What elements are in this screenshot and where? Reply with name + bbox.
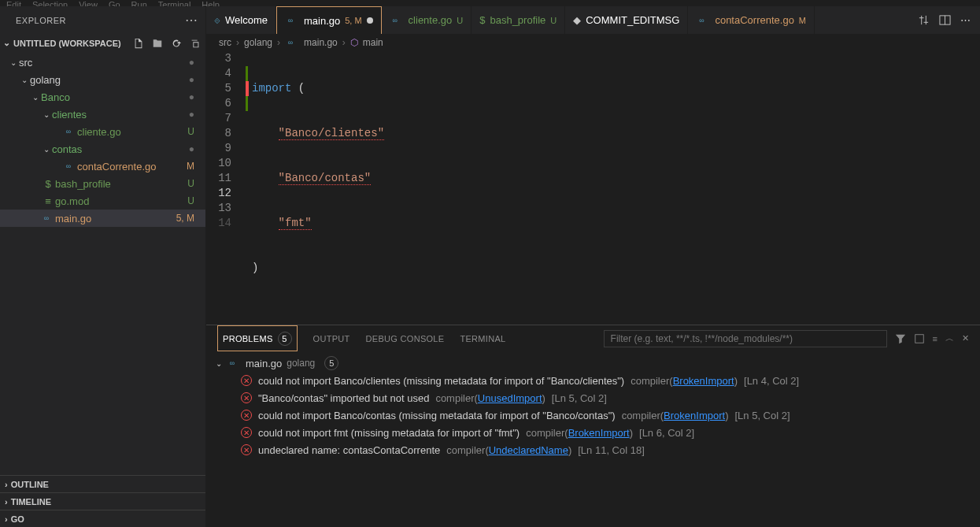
problem-message: could not import Banco/clientes (missing… xyxy=(258,375,624,387)
dollar-icon: $ xyxy=(41,178,55,190)
go-section[interactable]: › GO xyxy=(0,510,205,527)
chevron-right-icon: › xyxy=(342,37,346,48)
chevron-right-icon: › xyxy=(5,480,8,489)
tab-bar: ⟐ Welcome ∞ main.go 5, M ∞ cliente.go U … xyxy=(206,6,980,34)
problem-link[interactable]: UnusedImport xyxy=(478,392,542,404)
collapse-all-icon[interactable] xyxy=(190,38,201,49)
panel-tab-terminal[interactable]: TERMINAL xyxy=(460,325,505,351)
tree-folder-src[interactable]: ⌄ src ● xyxy=(0,54,205,71)
refresh-icon[interactable] xyxy=(171,38,182,49)
error-icon: ✕ xyxy=(241,392,252,403)
tab-contacorrente-go[interactable]: ∞ contaCorrente.go M xyxy=(688,6,815,34)
error-icon: ✕ xyxy=(241,410,252,421)
new-folder-icon[interactable] xyxy=(152,38,163,49)
problem-location: [Ln 11, Col 18] xyxy=(578,444,645,456)
tree-file-cliente-go[interactable]: ∞ cliente.go U xyxy=(0,123,205,140)
git-icon: ◆ xyxy=(573,14,581,26)
problem-source: compiler(BrokenImport) xyxy=(526,427,633,439)
tree-folder-contas[interactable]: ⌄ contas ● xyxy=(0,140,205,158)
problems-filter-input[interactable] xyxy=(604,330,887,347)
chevron-down-icon: ⌄ xyxy=(8,58,19,67)
chevron-right-icon: › xyxy=(5,514,8,524)
menu-view[interactable]: View xyxy=(79,0,98,6)
tab-commit-editmsg[interactable]: ◆ COMMIT_EDITMSG xyxy=(565,6,688,34)
sidebar-more-icon[interactable]: ⋯ xyxy=(185,13,198,28)
problem-item[interactable]: ✕could not import Banco/contas (missing … xyxy=(206,406,980,424)
filter-icon[interactable] xyxy=(895,333,906,344)
problem-source: compiler(BrokenImport) xyxy=(631,375,738,387)
chevron-down-icon: ⌄ xyxy=(216,359,222,368)
chevron-right-icon: › xyxy=(5,497,8,507)
list-icon: ≡ xyxy=(41,195,55,207)
close-panel-icon[interactable]: ✕ xyxy=(962,333,969,343)
menu-help[interactable]: Help xyxy=(202,0,220,6)
collapse-icon[interactable] xyxy=(914,333,925,344)
problems-list: ⌄ ∞ main.go golang 5 ✕could not import B… xyxy=(206,351,980,527)
tree-folder-banco[interactable]: ⌄ Banco ● xyxy=(0,88,205,106)
chevron-down-icon: ⌄ xyxy=(30,93,41,102)
menu-run[interactable]: Run xyxy=(131,0,147,6)
go-file-icon: ∞ xyxy=(285,15,296,26)
split-editor-icon[interactable] xyxy=(939,14,951,26)
vscode-icon: ⟐ xyxy=(214,14,220,26)
tree-file-go-mod[interactable]: ≡ go.mod U xyxy=(0,192,205,210)
problem-location: [Ln 5, Col 2] xyxy=(552,392,607,404)
error-icon: ✕ xyxy=(241,444,252,455)
function-icon: ⬡ xyxy=(350,37,358,48)
menu-edit[interactable]: Edit xyxy=(6,0,21,6)
go-file-icon: ∞ xyxy=(696,15,707,26)
menu-terminal[interactable]: Terminal xyxy=(158,0,191,6)
tree-folder-clientes[interactable]: ⌄ clientes ● xyxy=(0,106,205,123)
tab-main-go[interactable]: ∞ main.go 5, M xyxy=(276,6,382,34)
gutter-marks xyxy=(246,51,252,325)
menu-selection[interactable]: Selection xyxy=(32,0,68,6)
panel-tab-debug[interactable]: DEBUG CONSOLE xyxy=(366,325,445,351)
problem-link[interactable]: BrokenImport xyxy=(673,375,734,387)
timeline-section[interactable]: › TIMELINE xyxy=(0,492,205,510)
breadcrumbs[interactable]: src › golang › ∞ main.go › ⬡ main xyxy=(206,34,980,51)
list-icon[interactable]: ≡ xyxy=(933,334,937,343)
tree-folder-golang[interactable]: ⌄ golang ● xyxy=(0,71,205,88)
menubar[interactable]: Edit Selection View Go Run Terminal Help xyxy=(0,0,980,6)
chevron-up-icon[interactable]: ︿ xyxy=(945,332,954,344)
tab-welcome[interactable]: ⟐ Welcome xyxy=(206,6,276,34)
outline-section[interactable]: › OUTLINE xyxy=(0,475,205,492)
dollar-icon: $ xyxy=(479,14,485,26)
diff-icon[interactable] xyxy=(918,14,930,26)
bottom-panel: PROBLEMS 5 OUTPUT DEBUG CONSOLE TERMINAL… xyxy=(206,325,980,527)
workspace-header[interactable]: ⌄ UNTITLED (WORKSPACE) xyxy=(0,34,205,52)
sidebar-title: EXPLORER xyxy=(16,16,66,25)
chevron-right-icon: › xyxy=(236,37,239,48)
problem-item[interactable]: ✕could not import fmt (missing metadata … xyxy=(206,424,980,441)
problem-location: [Ln 6, Col 2] xyxy=(639,427,694,439)
problem-item[interactable]: ✕could not import Banco/clientes (missin… xyxy=(206,372,980,389)
problem-link[interactable]: BrokenImport xyxy=(664,410,725,421)
line-numbers: 3456 78910 11121314 xyxy=(206,51,246,325)
chevron-down-icon: ⌄ xyxy=(41,110,52,119)
more-icon[interactable]: ⋯ xyxy=(960,14,971,26)
problem-location: [Ln 5, Col 2] xyxy=(734,410,790,421)
chevron-down-icon: ⌄ xyxy=(19,76,30,84)
problem-link[interactable]: UndeclaredName xyxy=(489,444,568,456)
minimap[interactable] xyxy=(890,51,969,325)
tree-file-bash-profile[interactable]: $ bash_profile U xyxy=(0,175,205,192)
panel-tab-output[interactable]: OUTPUT xyxy=(313,325,350,351)
go-file-icon: ∞ xyxy=(41,213,52,224)
tree-file-main-go[interactable]: ∞ main.go 5, M xyxy=(0,210,205,227)
problem-source: compiler(UndeclaredName) xyxy=(446,444,571,456)
file-tree: ⌄ src ● ⌄ golang ● ⌄ Banco ● ⌄ clientes … xyxy=(0,52,205,475)
tab-bash-profile[interactable]: $ bash_profile U xyxy=(472,6,565,34)
panel-tab-problems[interactable]: PROBLEMS 5 xyxy=(217,325,298,351)
code-editor[interactable]: 3456 78910 11121314 import ( "Banco/c xyxy=(206,51,980,325)
tree-file-contacorrente-go[interactable]: ∞ contaCorrente.go M xyxy=(0,158,205,175)
tab-cliente-go[interactable]: ∞ cliente.go U xyxy=(382,6,472,34)
menu-go[interactable]: Go xyxy=(109,0,120,6)
problem-item[interactable]: ✕"Banco/contas" imported but not used co… xyxy=(206,389,980,406)
new-file-icon[interactable] xyxy=(133,38,144,49)
problem-item[interactable]: ✕undeclared name: contasContaCorrente co… xyxy=(206,441,980,458)
error-icon: ✕ xyxy=(241,427,252,438)
problem-link[interactable]: BrokenImport xyxy=(568,427,630,439)
workspace-title: UNTITLED (WORKSPACE) xyxy=(13,39,121,48)
svg-rect-2 xyxy=(915,334,923,343)
problems-file-header[interactable]: ⌄ ∞ main.go golang 5 xyxy=(206,354,980,372)
